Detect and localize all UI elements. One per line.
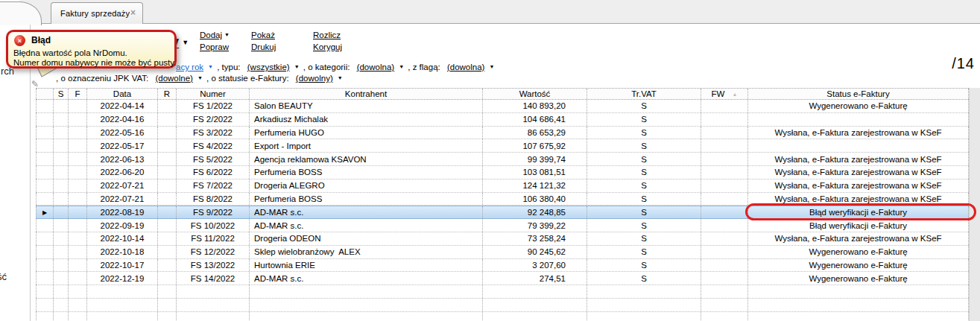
rozlicz-link[interactable]: Rozlicz: [313, 31, 341, 39]
column-header-fw[interactable]: FW▲: [701, 89, 748, 99]
empty-cell: [36, 299, 54, 311]
empty-cell: [748, 285, 969, 298]
cell-fw: [701, 179, 748, 192]
drukuj-link[interactable]: Drukuj: [251, 42, 276, 51]
table-row[interactable]: 2022-05-17FS 4/2022Export - Import107 67…: [36, 139, 969, 153]
table-row[interactable]: 2022-09-19FS 10/2022AD-MAR s.c.79 399,22…: [36, 219, 969, 232]
selected-row-marker-icon: ▶: [42, 209, 47, 216]
cell-status: Wysłana, e-Faktura zarejestrowana w KSeF: [748, 166, 969, 179]
table-row[interactable]: 2022-04-14FS 1/2022Salon BEAUTY140 893,2…: [36, 100, 969, 113]
cell-fw: [701, 193, 748, 206]
column-header-r[interactable]: R: [158, 89, 177, 99]
table-row[interactable]: 2022-06-13FS 5/2022Agencja reklamowa KSA…: [36, 153, 969, 166]
filter-jpk-dropdown-icon[interactable]: ▼: [197, 75, 203, 80]
table-row[interactable]: 2022-05-16FS 3/2022Perfumeria HUGO86 653…: [36, 127, 969, 140]
dodaj-link[interactable]: Dodaj▼: [200, 31, 230, 39]
cell-f: [69, 113, 87, 126]
filter-typu-label: , typu:: [217, 63, 240, 71]
filter-year-dropdown-icon[interactable]: ▼: [208, 64, 213, 69]
cell-status: Wysłana, e-Faktura zarejestrowana w KSeF: [748, 153, 969, 165]
column-header-warto-[interactable]: Wartość: [483, 89, 587, 99]
column-header-marker[interactable]: [36, 89, 54, 99]
table-row[interactable]: 2022-06-20FS 6/2022Perfumeria BOSS103 08…: [36, 166, 969, 179]
cell-marker: [36, 127, 54, 139]
table-row[interactable]: 2022-04-16FS 2/2022Arkadiusz Michalak104…: [36, 113, 969, 127]
cell-s: [54, 127, 69, 139]
cell-numer: FS 6/2022: [177, 166, 250, 179]
column-header-status-e-faktury[interactable]: Status e-Faktury: [748, 89, 969, 99]
cell-status: Wysłana, e-Faktura zarejestrowana w KSeF: [748, 232, 969, 245]
tab-close-icon[interactable]: ×: [130, 7, 136, 18]
cell-numer: FS 4/2022: [177, 139, 250, 152]
filter-row-2: , o oznaczeniu JPK VAT: (dowolne)▼ , o s…: [56, 74, 343, 83]
cell-data: 2022-05-17: [87, 139, 158, 152]
cell-wartosc: 79 399,22: [483, 219, 587, 232]
cell-marker: [36, 166, 54, 179]
empty-cell: [701, 312, 748, 321]
cell-numer: FS 5/2022: [177, 153, 250, 165]
koryguj-link[interactable]: Koryguj: [313, 42, 342, 51]
cell-numer: FS 3/2022: [177, 127, 250, 139]
filter-kategorii-dropdown-icon[interactable]: ▼: [399, 64, 404, 69]
cell-fw: [701, 246, 748, 258]
cell-marker: ▶: [36, 206, 54, 218]
title-dropdown-icon[interactable]: ▼: [182, 39, 189, 46]
pokaz-link[interactable]: Pokaż: [251, 31, 275, 39]
column-header-data[interactable]: Data: [87, 89, 158, 99]
table-row[interactable]: 2022-10-18FS 12/2022Sklep wielobranżowy …: [36, 246, 969, 259]
column-header-numer[interactable]: Numer: [177, 89, 250, 99]
partial-background-tab[interactable]: [0, 1, 42, 25]
cell-data: 2022-09-19: [87, 219, 158, 232]
table-row[interactable]: 2022-12-19FS 14/2022AD-MAR s.c.274,51SWy…: [36, 272, 969, 285]
cell-data: 2022-06-13: [87, 153, 158, 165]
popraw-link[interactable]: Popraw: [200, 42, 229, 51]
cell-data: 2022-06-20: [87, 166, 158, 179]
cell-trvat: S: [587, 113, 701, 126]
cell-kontrahent: Drogeria ALEGRO: [250, 179, 483, 192]
cell-numer: FS 8/2022: [177, 193, 250, 206]
cell-marker: [36, 259, 54, 272]
empty-row: [36, 285, 969, 299]
column-header-tr-vat[interactable]: Tr.VAT: [587, 89, 701, 99]
cell-status: Wysłana, e-Faktura zarejestrowana w KSeF: [748, 179, 969, 192]
cell-trvat: S: [587, 272, 701, 285]
cell-fw: [701, 219, 748, 232]
cell-wartosc: 99 399,74: [483, 153, 587, 165]
column-header-f[interactable]: F: [69, 89, 87, 99]
dodaj-dropdown-icon[interactable]: ▼: [224, 32, 230, 37]
cell-data: 2022-08-19: [87, 206, 158, 218]
cell-r: [158, 206, 177, 218]
filter-flaga-link[interactable]: (dowolna): [447, 63, 485, 71]
filter-year-link[interactable]: acy rok: [176, 63, 203, 71]
cell-marker: [36, 193, 54, 206]
column-header-s[interactable]: S: [54, 89, 69, 99]
filter-status-dropdown-icon[interactable]: ▼: [338, 75, 343, 80]
column-header-kontrahent[interactable]: Kontrahent: [250, 89, 483, 99]
cell-wartosc: 104 686,41: [483, 113, 587, 126]
left-panel-divider: [30, 25, 31, 321]
cell-fw: [701, 100, 748, 112]
filter-jpk-link[interactable]: (dowolne): [155, 74, 193, 83]
table-row[interactable]: 2022-10-14FS 11/2022Drogeria ODEON73 258…: [36, 232, 969, 246]
cell-status: Wysłana, e-Faktura zarejestrowana w KSeF: [748, 127, 969, 139]
cell-marker: [36, 139, 54, 152]
cell-s: [54, 206, 69, 218]
cell-wartosc: 103 081,51: [483, 166, 587, 179]
filter-status-link[interactable]: (dowolny): [296, 74, 333, 83]
empty-cell: [177, 312, 250, 321]
empty-cell: [250, 299, 483, 311]
error-status-annotation-oval: [745, 203, 976, 220]
filter-jpk-label: , o oznaczeniu JPK VAT:: [56, 74, 148, 83]
cell-kontrahent: Hurtownia ERIE: [250, 259, 483, 272]
filter-flaga-dropdown-icon[interactable]: ▼: [489, 64, 494, 69]
cell-r: [158, 153, 177, 165]
cell-r: [158, 193, 177, 206]
table-row[interactable]: 2022-10-17FS 13/2022Hurtownia ERIE3 207,…: [36, 259, 969, 273]
table-row[interactable]: 2022-07-21FS 7/2022Drogeria ALEGRO124 12…: [36, 179, 969, 193]
tab-faktury-sprzedazy[interactable]: Faktury sprzedaży ×: [51, 2, 143, 24]
cell-s: [54, 166, 69, 179]
empty-cell: [69, 285, 87, 298]
filter-typu-dropdown-icon[interactable]: ▼: [294, 64, 300, 69]
filter-kategorii-link[interactable]: (dowolna): [357, 63, 395, 71]
filter-typu-link[interactable]: (wszystkie): [247, 63, 290, 71]
